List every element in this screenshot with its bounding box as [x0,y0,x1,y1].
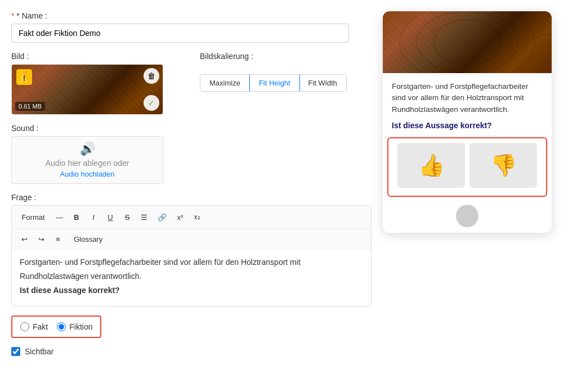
radio-fiktion-label[interactable]: Fiktion [57,322,92,331]
confirm-image-button[interactable]: ✓ [144,95,159,111]
scaling-section: Bildskalierung : Maximize Fit Height Fit… [200,52,372,115]
svg-point-0 [433,20,501,65]
editor-content[interactable]: Forstgarten- und Forstpflegefacharbeiter… [12,250,371,306]
image-scaling-row: Bild : ⚠️ 🗑 0.61 MB ✓ Bildskalierung : M… [11,52,372,115]
toolbar-list-button[interactable]: ☰ [136,209,152,225]
toolbar-strikethrough-button[interactable]: S [119,209,135,225]
slider-circle [456,205,478,227]
sound-upload-link[interactable]: Audio hochladen [60,170,115,178]
sound-dropzone[interactable]: 🔊 Audio hier ablegen oder Audio hochlade… [11,136,163,184]
bild-label: Bild : [11,52,183,61]
right-panel: Forstgarten- und Forstpflegefacharbeiter… [383,11,557,381]
thumbup-icon: 👍 [418,153,445,178]
warning-icon: ⚠️ [16,69,32,85]
sound-section: Sound : 🔊 Audio hier ablegen oder Audio … [11,124,372,184]
thumbdown-icon: 👎 [490,153,517,178]
toolbar-undo-button[interactable]: ↩ [16,231,32,247]
image-thumbnail: ⚠️ 🗑 0.61 MB ✓ [11,64,163,115]
toolbar-subscript-button[interactable]: x₂ [189,209,205,225]
frage-section: Frage : Format — B I U S ☰ 🔗 x² x₂ ↩ [11,193,372,307]
warning-overlay: ⚠️ [16,69,32,85]
file-size-badge: 0.61 MB [15,102,45,111]
name-field-group: * * Name : [11,11,372,43]
radio-fiktion[interactable] [57,322,66,331]
delete-image-button[interactable]: 🗑 [144,68,159,84]
preview-buttons-container: 👍 👎 [387,137,547,197]
sichtbar-row: Sichtbar [11,347,372,356]
editor-container: Format — B I U S ☰ 🔗 x² x₂ ↩ ↪ ≡ Glossar… [11,205,372,307]
toolbar-italic-button[interactable]: I [86,209,101,225]
answer-section-wrapper: Fakt Fiktion [11,316,372,338]
toolbar-glossary-button[interactable]: Glossary [67,233,109,246]
preview-card: Forstgarten- und Forstpflegefacharbeiter… [383,11,552,233]
scale-fitwidth-button[interactable]: Fit Width [299,75,346,91]
radio-fiktion-text: Fiktion [69,322,92,331]
svg-point-2 [400,11,535,73]
scale-fitheight-button[interactable]: Fit Height [249,74,300,92]
sound-drop-text: Audio hier ablegen oder [46,159,129,168]
preview-slider-area [383,201,552,233]
image-section: Bild : ⚠️ 🗑 0.61 MB ✓ [11,52,183,115]
preview-thumbup-button[interactable]: 👍 [397,143,465,188]
sound-icon: 🔊 [80,142,95,156]
editor-text-line2: Rundholzlastwägen verantwortlich. [20,271,363,282]
answer-radio-group: Fakt Fiktion [11,316,101,338]
editor-toolbar-row2: ↩ ↪ ≡ Glossary [12,229,371,250]
preview-image [383,11,552,73]
frage-label: Frage : [11,193,372,202]
radio-fakt-label[interactable]: Fakt [20,322,48,331]
toolbar-underline-button[interactable]: U [102,209,118,225]
toolbar-link-button[interactable]: 🔗 [153,209,171,225]
name-input[interactable] [11,24,349,43]
radio-fakt[interactable] [20,322,29,331]
svg-point-1 [417,11,518,73]
scaling-buttons-group: Maximize Fit Height Fit Width [200,74,347,92]
toolbar-bold-button[interactable]: B [69,209,84,225]
sichtbar-checkbox[interactable] [11,347,20,356]
preview-thumbdown-button[interactable]: 👎 [469,143,537,188]
bildskalierung-label: Bildskalierung : [200,52,372,61]
toolbar-hr-button[interactable]: — [51,209,68,225]
toolbar-align-button[interactable]: ≡ [50,231,66,247]
svg-line-3 [428,11,439,17]
sound-label: Sound : [11,124,372,133]
toolbar-format-button[interactable]: Format [16,209,50,225]
preview-line3: Rundholzlastwägen verantwortlich. [392,105,509,114]
scale-maximize-button[interactable]: Maximize [200,75,250,91]
editor-toolbar-row1: Format — B I U S ☰ 🔗 x² x₂ [12,206,371,229]
editor-bold-text: Ist diese Aussage korrekt? [20,286,120,295]
preview-line1: Forstgarten- und Forstpflegefacharbeiter [392,82,528,91]
preview-text-area: Forstgarten- und Forstpflegefacharbeiter… [383,73,552,137]
toolbar-superscript-button[interactable]: x² [172,209,188,225]
sichtbar-label: Sichtbar [25,347,53,356]
toolbar-redo-button[interactable]: ↪ [33,231,49,247]
preview-line2: sind vor allem für den Holztransport mit [392,93,524,102]
name-label: * * Name : [11,11,372,20]
radio-fakt-text: Fakt [33,322,48,331]
editor-text-line1: Forstgarten- und Forstpflegefacharbeiter… [20,256,363,268]
preview-question: Ist diese Aussage korrekt? [392,120,543,132]
